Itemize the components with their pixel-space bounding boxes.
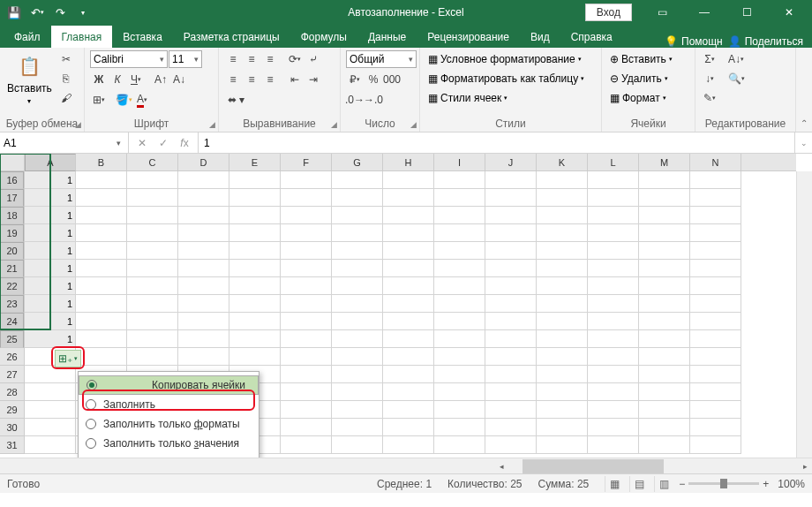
cell[interactable] [383, 171, 434, 189]
cell[interactable] [485, 224, 537, 242]
cell[interactable] [178, 330, 229, 348]
font-family-select[interactable]: Calibri▾ [90, 50, 168, 68]
dialog-launcher-icon[interactable]: ◢ [410, 120, 417, 129]
cell[interactable] [229, 189, 281, 207]
fx-icon[interactable]: fx [175, 134, 194, 152]
cell[interactable] [178, 295, 229, 313]
cell[interactable] [76, 260, 127, 277]
cell[interactable] [229, 207, 281, 224]
cell[interactable] [690, 295, 741, 313]
cell[interactable] [383, 419, 434, 436]
row-header[interactable]: 27 [0, 366, 24, 383]
cell[interactable] [229, 260, 281, 277]
sort-filter-icon[interactable]: А↓▾ [727, 50, 745, 68]
cell[interactable] [383, 277, 434, 295]
cell[interactable] [639, 348, 690, 366]
cell[interactable] [178, 242, 229, 260]
cell[interactable] [639, 436, 690, 454]
row-header[interactable]: 16 [0, 171, 24, 189]
dialog-launcher-icon[interactable]: ◢ [75, 120, 81, 129]
align-center-icon[interactable]: ≡ [243, 71, 260, 88]
cell[interactable] [434, 348, 485, 366]
cell[interactable] [229, 313, 281, 330]
cell[interactable] [588, 366, 639, 383]
cell[interactable] [178, 224, 229, 242]
cell[interactable] [383, 224, 434, 242]
cell[interactable] [537, 295, 588, 313]
cell[interactable] [281, 313, 332, 330]
redo-icon[interactable]: ↷ [49, 3, 71, 22]
cell[interactable] [690, 401, 741, 419]
cell[interactable] [383, 401, 434, 419]
paste-button[interactable]: 📋 Вставить▾ [5, 50, 54, 107]
cell[interactable] [434, 313, 485, 330]
cell[interactable] [537, 330, 588, 348]
decrease-decimal-icon[interactable]: →.0 [365, 91, 382, 109]
font-color-button[interactable]: A▾ [133, 91, 151, 109]
cell[interactable] [178, 207, 229, 224]
cell[interactable] [178, 189, 229, 207]
cell[interactable] [639, 295, 690, 313]
cell[interactable] [332, 224, 383, 242]
row-header[interactable]: 24 [0, 313, 24, 330]
cell[interactable] [485, 242, 537, 260]
cell[interactable] [537, 207, 588, 224]
cell[interactable] [383, 242, 434, 260]
close-icon[interactable]: ✕ [770, 1, 808, 24]
flyout-fill-values[interactable]: Заполнить только значения [79, 434, 259, 453]
view-normal-icon[interactable]: ▦ [605, 476, 624, 492]
cell[interactable] [639, 224, 690, 242]
cell[interactable] [229, 277, 281, 295]
fill-color-button[interactable]: 🪣▾ [115, 91, 132, 109]
tab-view[interactable]: Вид [520, 26, 560, 48]
cell[interactable] [76, 224, 127, 242]
insert-cells-button[interactable]: ⊕Вставить▾ [607, 50, 675, 68]
cell[interactable] [332, 242, 383, 260]
cell[interactable] [485, 277, 537, 295]
row-header[interactable]: 28 [0, 383, 24, 401]
cell[interactable] [332, 436, 383, 454]
cell[interactable] [281, 260, 332, 277]
font-size-select[interactable]: 11▾ [169, 50, 202, 68]
cell[interactable] [588, 348, 639, 366]
cell[interactable] [639, 419, 690, 436]
cell[interactable] [537, 366, 588, 383]
cell[interactable] [178, 277, 229, 295]
qat-customize-icon[interactable]: ▾ [72, 3, 94, 22]
fill-icon[interactable]: ↓▾ [701, 70, 718, 87]
cell[interactable] [178, 260, 229, 277]
orientation-icon[interactable]: ⟳▾ [286, 50, 304, 68]
view-page-layout-icon[interactable]: ▤ [629, 476, 649, 492]
cell[interactable] [588, 189, 639, 207]
cell[interactable] [383, 436, 434, 454]
cell[interactable] [588, 224, 639, 242]
cell[interactable] [25, 436, 76, 454]
cell[interactable] [690, 207, 741, 224]
expand-formula-icon[interactable]: ⌄ [794, 132, 812, 153]
select-all-corner[interactable] [0, 154, 25, 171]
delete-cells-button[interactable]: ⊖Удалить▾ [607, 70, 671, 87]
zoom-in-icon[interactable]: + [763, 478, 769, 490]
cell[interactable] [76, 189, 127, 207]
cell[interactable] [639, 401, 690, 419]
cell[interactable] [127, 348, 178, 366]
decrease-indent-icon[interactable]: ⇤ [286, 71, 304, 88]
column-header[interactable]: L [588, 154, 639, 170]
cell[interactable] [434, 366, 485, 383]
cell[interactable] [281, 295, 332, 313]
cell[interactable] [127, 295, 178, 313]
cancel-formula-icon[interactable]: ✕ [132, 134, 152, 152]
cell[interactable] [281, 436, 332, 454]
cell[interactable] [690, 277, 741, 295]
cell[interactable] [485, 171, 537, 189]
row-header[interactable]: 17 [0, 189, 24, 207]
collapse-ribbon-icon[interactable]: ⌃ [796, 48, 812, 132]
cell[interactable] [281, 383, 332, 401]
row-header[interactable]: 23 [0, 295, 24, 313]
cell[interactable] [588, 313, 639, 330]
tab-data[interactable]: Данные [357, 26, 417, 48]
cell[interactable] [383, 189, 434, 207]
cell[interactable] [639, 383, 690, 401]
cell[interactable]: 1 [25, 171, 76, 189]
cell[interactable] [485, 366, 537, 383]
